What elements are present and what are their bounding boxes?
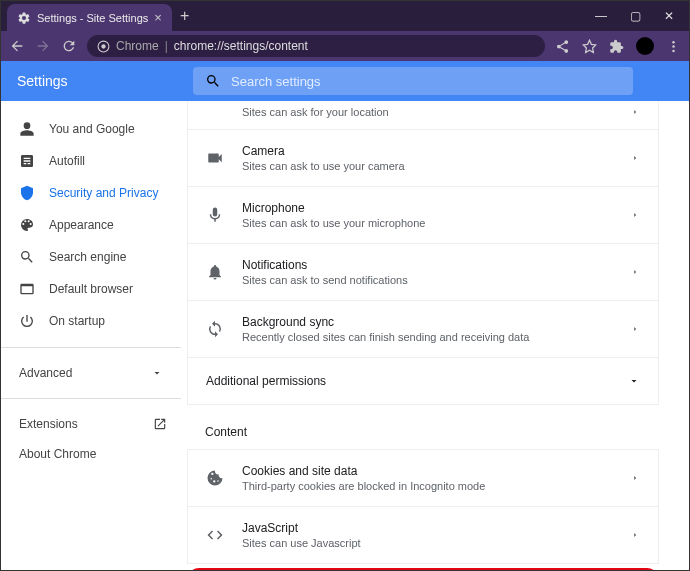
browser-tab[interactable]: Settings - Site Settings × bbox=[7, 4, 172, 31]
content-row-cookies[interactable]: Cookies and site data Third-party cookie… bbox=[187, 449, 659, 507]
sidebar-item-label: Default browser bbox=[49, 282, 133, 296]
close-icon[interactable]: × bbox=[154, 10, 162, 25]
main-content: Sites can ask for your location Camera S… bbox=[181, 101, 689, 570]
row-description: Sites can ask to send notifications bbox=[242, 274, 612, 286]
search-icon bbox=[19, 249, 35, 265]
row-title: Background sync bbox=[242, 315, 612, 329]
back-icon[interactable] bbox=[9, 38, 25, 54]
search-box[interactable] bbox=[193, 67, 633, 95]
tab-title: Settings - Site Settings bbox=[37, 12, 148, 24]
close-window-button[interactable]: ✕ bbox=[661, 9, 677, 23]
svg-point-3 bbox=[672, 45, 675, 48]
row-title: Camera bbox=[242, 144, 612, 158]
settings-header: Settings bbox=[1, 61, 689, 101]
sidebar-item-label: Security and Privacy bbox=[49, 186, 158, 200]
row-title: Cookies and site data bbox=[242, 464, 612, 478]
sidebar-extensions[interactable]: Extensions bbox=[1, 409, 181, 439]
row-description: Third-party cookies are blocked in Incog… bbox=[242, 480, 612, 492]
window-controls: — ▢ ✕ bbox=[593, 9, 689, 23]
row-title: Notifications bbox=[242, 258, 612, 272]
chevron-right-icon bbox=[630, 473, 640, 483]
chevron-right-icon bbox=[630, 530, 640, 540]
sidebar-item-appearance[interactable]: Appearance bbox=[1, 209, 181, 241]
sidebar-item-label: On startup bbox=[49, 314, 105, 328]
svg-point-1 bbox=[101, 44, 105, 48]
sidebar-item-label: Appearance bbox=[49, 218, 114, 232]
svg-point-2 bbox=[672, 40, 675, 43]
permission-row-notifications[interactable]: Notifications Sites can ask to send noti… bbox=[187, 244, 659, 301]
shield-icon bbox=[19, 185, 35, 201]
bell-icon bbox=[206, 263, 224, 281]
divider bbox=[1, 347, 181, 348]
chevron-right-icon bbox=[630, 210, 640, 220]
content-row-images[interactable]: Images Sites can show images bbox=[187, 568, 659, 570]
chrome-icon bbox=[97, 40, 110, 53]
minimize-button[interactable]: — bbox=[593, 9, 609, 23]
sidebar-about[interactable]: About Chrome bbox=[1, 439, 181, 469]
chevron-down-icon bbox=[628, 375, 640, 387]
cookie-icon bbox=[206, 469, 224, 487]
microphone-icon bbox=[206, 206, 224, 224]
spacer bbox=[206, 103, 224, 121]
sidebar-item-you-and-google[interactable]: You and Google bbox=[1, 113, 181, 145]
divider bbox=[1, 398, 181, 399]
sidebar-item-security[interactable]: Security and Privacy bbox=[1, 177, 181, 209]
row-description: Sites can ask to use your camera bbox=[242, 160, 612, 172]
search-input[interactable] bbox=[231, 74, 621, 89]
share-icon[interactable] bbox=[555, 39, 570, 54]
url-input[interactable]: Chrome | chrome://settings/content bbox=[87, 35, 545, 57]
sidebar-item-autofill[interactable]: Autofill bbox=[1, 145, 181, 177]
power-icon bbox=[19, 313, 35, 329]
row-title: JavaScript bbox=[242, 521, 612, 535]
palette-icon bbox=[19, 217, 35, 233]
code-icon bbox=[206, 526, 224, 544]
permission-row-location[interactable]: Sites can ask for your location bbox=[187, 101, 659, 130]
content-section-label: Content bbox=[187, 405, 659, 449]
reload-icon[interactable] bbox=[61, 38, 77, 54]
permission-row-background-sync[interactable]: Background sync Recently closed sites ca… bbox=[187, 301, 659, 358]
sidebar-item-search-engine[interactable]: Search engine bbox=[1, 241, 181, 273]
new-tab-button[interactable]: + bbox=[180, 7, 189, 25]
menu-icon[interactable] bbox=[666, 39, 681, 54]
sync-icon bbox=[206, 320, 224, 338]
chevron-right-icon bbox=[630, 153, 640, 163]
window-titlebar: Settings - Site Settings × + — ▢ ✕ bbox=[1, 1, 689, 31]
permission-row-microphone[interactable]: Microphone Sites can ask to use your mic… bbox=[187, 187, 659, 244]
sidebar-advanced[interactable]: Advanced bbox=[1, 358, 181, 388]
gear-icon bbox=[17, 11, 31, 25]
sidebar-item-label: Advanced bbox=[19, 366, 72, 380]
sidebar: You and Google Autofill Security and Pri… bbox=[1, 101, 181, 570]
additional-permissions-row[interactable]: Additional permissions bbox=[187, 358, 659, 405]
page-title: Settings bbox=[17, 73, 181, 89]
row-description: Sites can use Javascript bbox=[242, 537, 612, 549]
sidebar-item-label: Search engine bbox=[49, 250, 126, 264]
url-prefix: Chrome bbox=[116, 39, 159, 53]
browser-icon bbox=[19, 281, 35, 297]
row-description: Sites can ask for your location bbox=[242, 106, 612, 118]
url-path: chrome://settings/content bbox=[174, 39, 308, 53]
chevron-right-icon bbox=[630, 267, 640, 277]
sidebar-item-label: Extensions bbox=[19, 417, 78, 431]
sidebar-item-on-startup[interactable]: On startup bbox=[1, 305, 181, 337]
content-row-javascript[interactable]: JavaScript Sites can use Javascript bbox=[187, 507, 659, 564]
sidebar-item-label: You and Google bbox=[49, 122, 135, 136]
person-icon bbox=[19, 121, 35, 137]
search-icon bbox=[205, 73, 221, 89]
avatar[interactable] bbox=[636, 37, 654, 55]
star-icon[interactable] bbox=[582, 39, 597, 54]
sidebar-item-default-browser[interactable]: Default browser bbox=[1, 273, 181, 305]
row-title: Microphone bbox=[242, 201, 612, 215]
chevron-right-icon bbox=[630, 324, 640, 334]
chevron-right-icon bbox=[630, 107, 640, 117]
permission-row-camera[interactable]: Camera Sites can ask to use your camera bbox=[187, 130, 659, 187]
sidebar-item-label: About Chrome bbox=[19, 447, 96, 461]
sidebar-item-label: Autofill bbox=[49, 154, 85, 168]
autofill-icon bbox=[19, 153, 35, 169]
svg-point-4 bbox=[672, 49, 675, 52]
extensions-icon[interactable] bbox=[609, 39, 624, 54]
row-description: Sites can ask to use your microphone bbox=[242, 217, 612, 229]
maximize-button[interactable]: ▢ bbox=[627, 9, 643, 23]
external-link-icon bbox=[153, 417, 167, 431]
row-description: Recently closed sites can finish sending… bbox=[242, 331, 612, 343]
forward-icon[interactable] bbox=[35, 38, 51, 54]
